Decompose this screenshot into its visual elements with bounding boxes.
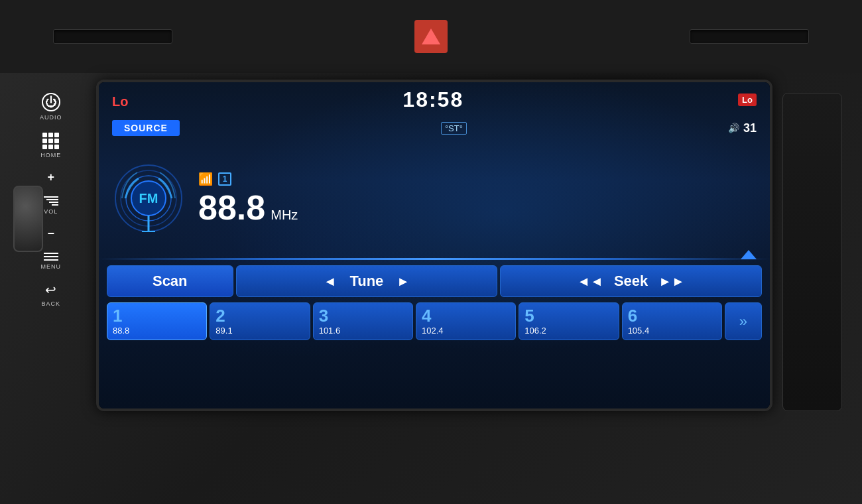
left-controls-panel: ⏻ AUDIO HOME + VOL −: [40, 93, 62, 307]
freq-icons: 📶 1: [198, 172, 298, 186]
vol-plus-button[interactable]: +: [48, 170, 55, 184]
vol-icon: [44, 196, 58, 206]
preset-5-freq: 106.2: [524, 326, 546, 336]
volume-indicator: 🔊 31: [728, 121, 757, 135]
preset-2-num: 2: [216, 307, 225, 324]
infotainment-screen: Lo 18:58 Lo SOURCE °ST° 🔊 31: [96, 80, 772, 411]
speaker-icon: 🔊: [728, 123, 739, 133]
temp-left-value: Lo: [112, 94, 128, 109]
back-button[interactable]: ↩ BACK: [42, 282, 61, 307]
preset-button-2[interactable]: 2 89.1: [210, 302, 310, 340]
home-label: HOME: [40, 152, 61, 158]
menu-button[interactable]: MENU: [41, 253, 62, 270]
scan-button[interactable]: Scan: [107, 265, 233, 297]
clock-display: 18:58: [402, 88, 463, 112]
preset-buttons-row: 1 88.8 2 89.1 3 101.6 4 102.4 5 106.2: [107, 302, 762, 340]
preset-button-6[interactable]: 6 105.4: [622, 302, 722, 340]
volume-value: 31: [743, 121, 757, 135]
control-buttons-row: Scan ◄ Tune ► ◄◄ Seek ►►: [107, 265, 762, 297]
main-content-area: FM 📶 1 88.8 MHz: [99, 139, 770, 258]
frequency-display: 📶 1 88.8 MHz: [198, 172, 298, 225]
preset-6-num: 6: [628, 307, 637, 324]
st-badge: °ST°: [441, 122, 467, 135]
source-button[interactable]: SOURCE: [112, 120, 180, 136]
temp-right-display: Lo: [738, 94, 757, 106]
seek-right-icon: ►►: [658, 274, 685, 289]
car-dashboard: ⏻ AUDIO HOME + VOL −: [0, 0, 862, 504]
power-icon: ⏻: [42, 93, 60, 111]
scan-label: Scan: [153, 273, 188, 290]
preset-3-num: 3: [319, 307, 328, 324]
vol-control: VOL: [44, 196, 58, 215]
back-arrow-icon: ↩: [45, 282, 56, 298]
frequency-value-line: 88.8 MHz: [198, 190, 298, 225]
seek-label: Seek: [614, 273, 648, 290]
fm-logo: FM: [112, 162, 185, 235]
right-vent: [690, 29, 809, 44]
tune-right-icon: ►: [397, 274, 410, 289]
divider-line: [99, 258, 770, 260]
tune-left-icon: ◄: [324, 274, 337, 289]
tune-label: Tune: [349, 273, 383, 290]
vol-label: VOL: [44, 208, 58, 215]
volume-knob[interactable]: [13, 186, 43, 252]
preset-2-freq: 89.1: [216, 326, 232, 336]
home-grid-icon: [42, 133, 59, 149]
right-panel: [782, 93, 842, 411]
preset-5-num: 5: [524, 307, 534, 324]
back-label: BACK: [42, 300, 61, 307]
vol-minus-icon: −: [48, 227, 55, 241]
preset-3-freq: 101.6: [319, 326, 341, 336]
preset-1-num: 1: [113, 307, 122, 324]
tune-button[interactable]: ◄ Tune ►: [236, 265, 498, 297]
fm-logo-svg: FM: [112, 162, 185, 235]
frequency-unit: MHz: [271, 208, 298, 223]
more-presets-button[interactable]: »: [725, 302, 762, 340]
chevron-up-icon[interactable]: [741, 250, 757, 259]
vol-minus-button[interactable]: −: [48, 227, 55, 241]
preset-badge: 1: [218, 172, 231, 186]
seek-button[interactable]: ◄◄ Seek ►►: [500, 265, 762, 297]
temp-left-display: Lo: [112, 90, 128, 111]
preset-6-freq: 105.4: [628, 326, 650, 336]
hazard-button[interactable]: [414, 20, 448, 53]
seek-left-icon: ◄◄: [577, 274, 603, 289]
home-button[interactable]: HOME: [40, 133, 61, 158]
menu-label: MENU: [41, 263, 62, 270]
screen-display: Lo 18:58 Lo SOURCE °ST° 🔊 31: [99, 82, 770, 409]
temp-right-badge: Lo: [738, 94, 757, 106]
left-vent: [53, 29, 172, 44]
audio-label: AUDIO: [40, 114, 62, 121]
preset-4-freq: 102.4: [422, 326, 444, 336]
audio-button[interactable]: ⏻ AUDIO: [40, 93, 62, 121]
antenna-icon: 📶: [198, 172, 213, 186]
hazard-triangle-icon: [422, 29, 440, 44]
source-bar: SOURCE °ST° 🔊 31: [99, 117, 770, 139]
frequency-number: 88.8: [198, 190, 265, 225]
preset-button-3[interactable]: 3 101.6: [313, 302, 413, 340]
preset-1-freq: 88.8: [113, 326, 129, 336]
vol-plus-icon: +: [48, 170, 55, 184]
more-icon: »: [739, 313, 747, 330]
preset-button-4[interactable]: 4 102.4: [416, 302, 516, 340]
status-bar: Lo 18:58 Lo: [99, 82, 770, 117]
preset-button-1[interactable]: 1 88.8: [107, 302, 207, 340]
svg-text:FM: FM: [139, 191, 158, 206]
top-vent-area: [0, 0, 862, 73]
preset-4-num: 4: [422, 307, 431, 324]
menu-lines-icon: [44, 253, 58, 261]
preset-button-5[interactable]: 5 106.2: [519, 302, 619, 340]
